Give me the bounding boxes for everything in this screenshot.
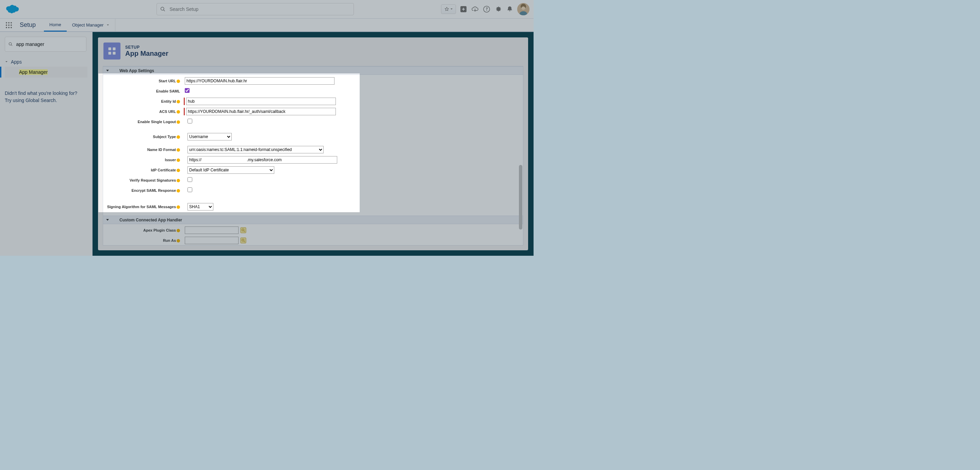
help-icon[interactable] (177, 135, 180, 139)
label-signing-algorithm: Signing Algorithm for SAML Messages (103, 205, 181, 209)
form-area: Web App Settings Start URL Enable SAML E… (103, 66, 523, 246)
main-content: SETUP App Manager Web App Settings Start… (92, 32, 533, 256)
single-logout-checkbox[interactable] (188, 119, 192, 124)
favorites-button[interactable] (441, 5, 456, 14)
global-search[interactable] (156, 3, 354, 15)
start-url-input[interactable] (185, 77, 334, 85)
svg-point-13 (11, 27, 12, 28)
verify-sig-checkbox[interactable] (188, 177, 192, 182)
cloud-icon (471, 5, 479, 13)
help-icon[interactable] (177, 121, 180, 124)
help-icon[interactable] (177, 79, 180, 83)
help-icon[interactable] (177, 100, 180, 103)
add-button[interactable] (460, 5, 468, 13)
label-acs-url: ACS URL (103, 110, 181, 114)
header-actions (441, 3, 530, 15)
svg-rect-20 (240, 238, 246, 243)
help-button[interactable] (482, 5, 491, 13)
lookup-button[interactable] (240, 227, 247, 233)
help-icon[interactable] (177, 239, 180, 243)
triangle-down-icon (106, 218, 109, 222)
help-icon[interactable] (177, 169, 180, 172)
salesforce-cloud-button[interactable] (471, 5, 479, 13)
search-icon (8, 42, 13, 47)
help-icon[interactable] (177, 148, 180, 152)
label-name-id-format: Name ID Format (103, 148, 181, 152)
label-start-url: Start URL (103, 79, 181, 83)
context-bar: Setup Home Object Manager (0, 19, 533, 32)
svg-point-7 (11, 22, 12, 24)
name-id-format-select[interactable]: urn:oasis:names:tc:SAML:1.1:nameid-forma… (188, 146, 324, 153)
page-card: SETUP App Manager Web App Settings Start… (98, 37, 528, 250)
run-as-input[interactable] (185, 237, 239, 244)
tab-home[interactable]: Home (44, 18, 67, 32)
setup-tree: Apps App Manager (5, 57, 88, 78)
tree-node-apps[interactable]: Apps (5, 57, 88, 67)
svg-rect-15 (113, 48, 115, 50)
tab-object-manager[interactable]: Object Manager (67, 18, 116, 32)
section-custom-handler[interactable]: Custom Connected App Handler (103, 216, 523, 224)
salesforce-logo-icon (4, 4, 19, 14)
triangle-down-icon (106, 69, 109, 72)
avatar-icon (517, 3, 530, 15)
label-issuer: Issuer (103, 158, 181, 162)
bell-icon (506, 5, 514, 13)
lookup-button[interactable] (240, 237, 247, 244)
setup-sidebar: Apps App Manager Didn't find what you're… (0, 32, 92, 256)
help-icon[interactable] (177, 205, 180, 209)
subject-type-select[interactable]: Username (188, 133, 232, 140)
scrollbar[interactable] (519, 165, 522, 230)
chevron-down-icon (106, 24, 110, 27)
encrypt-response-checkbox[interactable] (188, 187, 192, 192)
help-icon[interactable] (177, 159, 180, 162)
help-icon[interactable] (177, 110, 180, 114)
acs-url-input[interactable] (186, 108, 336, 115)
page-title: App Manager (125, 50, 169, 57)
svg-point-11 (6, 27, 7, 28)
quick-find-input[interactable] (16, 41, 83, 47)
section-web-app-settings[interactable]: Web App Settings (103, 66, 523, 75)
svg-point-12 (8, 27, 10, 28)
gear-icon (495, 5, 502, 13)
svg-rect-14 (108, 48, 111, 50)
svg-rect-17 (113, 52, 115, 54)
apex-plugin-class-input[interactable] (185, 227, 239, 234)
label-single-logout: Enable Single Logout (103, 120, 181, 124)
notifications-button[interactable] (506, 5, 514, 13)
svg-point-9 (8, 24, 10, 26)
label-apex-plugin-class: Apex Plugin Class (103, 228, 181, 232)
help-text: Didn't find what you're looking for? Try… (5, 90, 88, 104)
label-run-as: Run As (103, 238, 181, 243)
chevron-down-icon (5, 60, 8, 64)
issuer-input[interactable] (188, 156, 337, 164)
setup-gear-button[interactable] (494, 5, 502, 13)
question-icon (483, 5, 490, 13)
svg-point-10 (11, 24, 12, 26)
label-encrypt-response: Encrypt SAML Response (103, 188, 181, 192)
svg-rect-18 (240, 227, 246, 233)
help-icon[interactable] (177, 189, 180, 192)
star-icon (444, 7, 449, 11)
user-avatar[interactable] (517, 3, 530, 15)
global-header (0, 0, 533, 19)
entity-id-input[interactable] (186, 98, 336, 105)
chevron-down-icon (450, 8, 453, 11)
tree-item-app-manager[interactable]: App Manager (5, 67, 88, 78)
signing-algorithm-select[interactable]: SHA1 (188, 203, 213, 211)
search-icon (160, 6, 165, 12)
app-launcher-icon[interactable] (5, 21, 13, 29)
breadcrumb: SETUP (125, 45, 169, 50)
page-header: SETUP App Manager (98, 37, 528, 65)
plus-icon (460, 5, 467, 13)
lookup-icon (240, 227, 247, 233)
help-icon[interactable] (177, 229, 180, 232)
svg-rect-16 (108, 52, 111, 54)
help-icon[interactable] (177, 179, 180, 182)
global-search-input[interactable] (169, 6, 350, 12)
svg-point-5 (6, 22, 7, 24)
label-entity-id: Entity Id (103, 99, 181, 103)
idp-certificate-select[interactable]: Default IdP Certificate (188, 166, 274, 174)
enable-saml-checkbox[interactable] (185, 88, 189, 93)
sidebar-quick-find[interactable] (5, 37, 86, 52)
label-idp-certificate: IdP Certificate (103, 168, 181, 172)
